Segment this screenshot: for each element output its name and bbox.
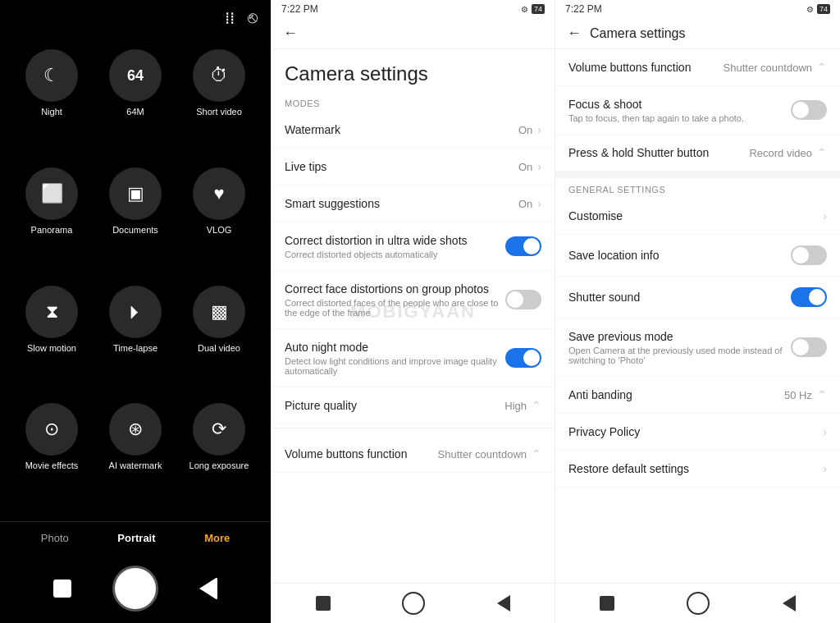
watermark-row[interactable]: Watermark On › (272, 112, 555, 149)
time-right: 7:22 PM (565, 3, 602, 15)
status-icons-right: ⚙ 74 (806, 4, 830, 14)
restore-defaults-row[interactable]: Restore default settings › (555, 451, 840, 488)
general-settings-label: GENERAL SETTINGS (555, 178, 840, 198)
settings-content-right: Volume buttons function Shutter countdow… (555, 49, 840, 583)
share-icon[interactable]: ⎋ (248, 8, 258, 28)
shutter-sound-toggle[interactable] (791, 287, 827, 307)
volume-buttons-value-right: Shutter countdown (724, 62, 812, 74)
correct-distortion-sub: Correct distorted objects automatically (285, 250, 505, 259)
mode-item-64m[interactable]: 6464M (100, 49, 171, 154)
mode-label-dual-video: Dual video (198, 343, 240, 353)
mode-label-ai-watermark: AI watermark (109, 460, 162, 470)
grid-icon[interactable]: ⁞⁞ (225, 8, 235, 28)
back-arrow-right[interactable]: ← (567, 25, 582, 42)
mode-circle-documents: ▣ (109, 167, 162, 220)
focus-shoot-row[interactable]: Focus & shoot Tap to focus, then tap aga… (555, 86, 840, 135)
back-btn-mid[interactable] (497, 595, 510, 612)
focus-shoot-toggle[interactable] (791, 100, 827, 120)
mode-item-short-video[interactable]: ⏱Short video (184, 49, 254, 154)
mode-item-documents[interactable]: ▣Documents (100, 167, 171, 273)
correct-face-toggle[interactable] (505, 290, 541, 309)
camera-modes-panel: ⁞⁞ ⎋ ☾Night6464M⏱Short video⬜Panorama▣Do… (0, 0, 271, 623)
battery-mid: 74 (532, 4, 545, 14)
photo-nav[interactable]: Photo (41, 532, 69, 544)
smart-suggestions-value: On (518, 198, 532, 210)
mode-circle-movie-effects: ⊙ (25, 403, 78, 456)
volume-buttons-row-mid[interactable]: Volume buttons function Shutter countdow… (272, 436, 555, 473)
save-location-toggle[interactable] (791, 245, 827, 265)
correct-distortion-row[interactable]: Correct distortion in ultra wide shots C… (272, 222, 555, 271)
mode-circle-vlog: ♥ (193, 167, 245, 220)
mode-item-ai-watermark[interactable]: ⊛AI watermark (100, 403, 171, 508)
mode-item-time-lapse[interactable]: ⏵Time-lapse (100, 286, 171, 391)
save-previous-toggle[interactable] (791, 337, 827, 357)
signal-icon-right: ⚙ (806, 5, 814, 14)
customise-row[interactable]: Customise › (555, 198, 840, 235)
stop-button[interactable] (53, 579, 71, 598)
anti-banding-value: 50 Hz (784, 389, 812, 401)
mode-label-panorama: Panorama (31, 225, 73, 235)
mode-item-slow-motion[interactable]: ⧗Slow motion (16, 286, 87, 391)
time-mid: 7:22 PM (281, 3, 318, 15)
back-arrow-mid[interactable]: ← (283, 25, 298, 42)
customise-label: Customise (568, 209, 623, 222)
camera-bottom-nav: Photo Portrait More (0, 521, 271, 554)
volume-buttons-chevron-mid: ⌃ (532, 447, 541, 460)
volume-buttons-label-mid: Volume buttons function (285, 447, 407, 460)
volume-buttons-row-right[interactable]: Volume buttons function Shutter countdow… (555, 49, 840, 86)
mode-label-movie-effects: Movie effects (25, 460, 79, 470)
watermark-value: On (518, 124, 532, 136)
back-button[interactable] (199, 577, 217, 600)
picture-quality-row[interactable]: Picture quality High ⌃ (272, 387, 555, 424)
auto-night-toggle[interactable] (505, 348, 541, 368)
smart-suggestions-chevron: › (537, 197, 541, 210)
mode-circle-slow-motion: ⧗ (25, 286, 78, 338)
live-tips-label: Live tips (285, 160, 326, 173)
save-location-row[interactable]: Save location info (555, 235, 840, 277)
mode-item-panorama[interactable]: ⬜Panorama (16, 167, 87, 273)
portrait-nav[interactable]: Portrait (117, 532, 155, 544)
focus-shoot-sub: Tap to focus, then tap again to take a p… (568, 113, 791, 123)
back-btn-right[interactable] (783, 595, 796, 612)
shutter-sound-row[interactable]: Shutter sound (555, 277, 840, 318)
mode-label-documents: Documents (112, 225, 158, 235)
top-bar: ⁞⁞ ⎋ (0, 0, 271, 36)
more-nav[interactable]: More (204, 532, 230, 544)
stop-btn-mid[interactable] (316, 596, 331, 611)
press-hold-row[interactable]: Press & hold Shutter button Record video… (555, 135, 840, 172)
restore-defaults-label: Restore default settings (568, 462, 689, 475)
live-tips-row[interactable]: Live tips On › (272, 149, 555, 186)
focus-shoot-label: Focus & shoot (568, 98, 642, 111)
mode-item-dual-video[interactable]: ▩Dual video (184, 286, 254, 391)
correct-distortion-toggle[interactable] (505, 236, 541, 256)
shutter-btn-right[interactable] (687, 592, 710, 615)
save-previous-row[interactable]: Save previous mode Open Camera at the pr… (555, 318, 840, 377)
modes-grid: ☾Night6464M⏱Short video⬜Panorama▣Documen… (0, 36, 271, 521)
settings-title-mid: Camera settings (272, 49, 555, 92)
mode-item-night[interactable]: ☾Night (16, 49, 87, 154)
correct-face-row[interactable]: Correct face distortions on group photos… (272, 271, 555, 329)
mode-label-64m: 64M (126, 107, 144, 117)
settings-content-mid: Camera settings MODES Watermark On › Liv… (272, 49, 555, 583)
shutter-button[interactable] (112, 566, 158, 612)
stop-btn-right[interactable] (600, 596, 614, 611)
privacy-policy-row[interactable]: Privacy Policy › (555, 414, 840, 451)
live-tips-value: On (518, 161, 532, 173)
shutter-btn-mid[interactable] (402, 592, 425, 615)
settings-title-right: Camera settings (590, 26, 686, 41)
mode-circle-night: ☾ (25, 49, 78, 102)
mode-item-vlog[interactable]: ♥VLOG (184, 167, 254, 273)
panel-header-right: ← Camera settings (555, 18, 840, 49)
auto-night-row[interactable]: Auto night mode Detect low light conditi… (272, 329, 555, 387)
save-location-label: Save location info (568, 249, 660, 262)
press-hold-label: Press & hold Shutter button (568, 146, 709, 159)
shutter-sound-label: Shutter sound (568, 291, 640, 304)
correct-face-label: Correct face distortions on group photos (285, 282, 489, 295)
mode-label-vlog: VLOG (207, 225, 232, 235)
mode-circle-time-lapse: ⏵ (109, 286, 162, 338)
mode-item-long-exposure[interactable]: ⟳Long exposure (184, 403, 254, 508)
mode-item-movie-effects[interactable]: ⊙Movie effects (16, 403, 87, 508)
modes-section-label: MODES (272, 92, 555, 112)
smart-suggestions-row[interactable]: Smart suggestions On › (272, 186, 555, 222)
anti-banding-row[interactable]: Anti banding 50 Hz ⌃ (555, 377, 840, 414)
